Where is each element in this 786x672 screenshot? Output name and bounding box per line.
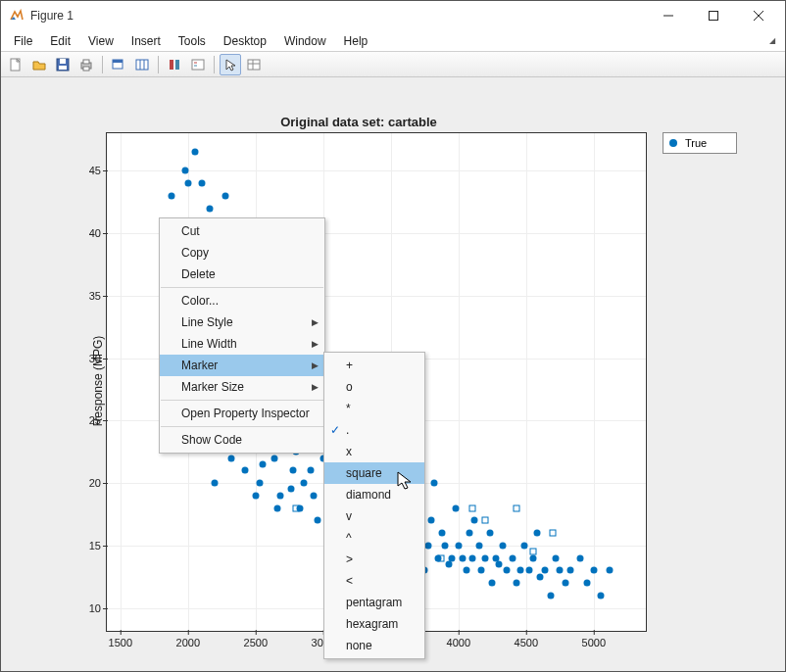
data-point[interactable] xyxy=(459,554,466,561)
data-point[interactable] xyxy=(536,573,543,580)
menu-help[interactable]: Help xyxy=(335,32,377,50)
data-point[interactable] xyxy=(482,517,489,524)
data-point[interactable] xyxy=(547,592,554,599)
data-point[interactable] xyxy=(542,567,549,574)
marker-none[interactable]: none xyxy=(324,635,424,656)
data-point[interactable] xyxy=(206,205,213,212)
data-point[interactable] xyxy=(301,480,308,487)
data-point[interactable] xyxy=(471,517,478,524)
marker-square[interactable]: square xyxy=(324,462,424,484)
ctx-open-property-inspector[interactable]: Open Property Inspector xyxy=(160,403,324,424)
marker-gt[interactable]: > xyxy=(324,549,424,570)
data-point[interactable] xyxy=(468,554,475,561)
marker-dot[interactable]: ✓. xyxy=(324,419,424,441)
data-point[interactable] xyxy=(227,455,234,461)
edit-plot-button[interactable] xyxy=(220,54,241,75)
data-point[interactable] xyxy=(577,554,584,561)
data-point[interactable] xyxy=(525,567,532,574)
data-cursor-button[interactable] xyxy=(108,54,129,75)
data-point[interactable] xyxy=(439,530,446,537)
data-point[interactable] xyxy=(222,192,229,199)
data-point[interactable] xyxy=(567,567,574,574)
insert-legend-button[interactable] xyxy=(187,54,209,75)
data-point[interactable] xyxy=(442,542,449,549)
data-point[interactable] xyxy=(198,180,205,187)
marker-caret[interactable]: ^ xyxy=(324,527,424,549)
data-point[interactable] xyxy=(308,467,315,474)
print-button[interactable] xyxy=(75,54,97,75)
marker-pentagram[interactable]: pentagram xyxy=(324,592,424,613)
data-point[interactable] xyxy=(486,530,493,537)
data-point[interactable] xyxy=(453,504,460,511)
data-point[interactable] xyxy=(315,517,321,524)
data-point[interactable] xyxy=(553,554,560,561)
data-point[interactable] xyxy=(169,192,175,199)
data-point[interactable] xyxy=(273,504,280,511)
data-point[interactable] xyxy=(293,504,300,511)
data-point[interactable] xyxy=(597,592,604,599)
data-point[interactable] xyxy=(514,504,520,511)
data-point[interactable] xyxy=(466,530,472,537)
data-point[interactable] xyxy=(562,580,568,587)
menu-window[interactable]: Window xyxy=(275,32,335,50)
data-point[interactable] xyxy=(276,492,283,499)
data-point[interactable] xyxy=(191,149,198,156)
maximize-button[interactable] xyxy=(691,1,736,30)
data-point[interactable] xyxy=(271,455,278,461)
ctx-copy[interactable]: Copy xyxy=(160,242,324,264)
data-point[interactable] xyxy=(468,504,475,511)
data-point[interactable] xyxy=(514,580,520,587)
marker-lt[interactable]: < xyxy=(324,570,424,592)
data-point[interactable] xyxy=(482,554,489,561)
menu-insert[interactable]: Insert xyxy=(123,32,170,50)
ctx-line-style[interactable]: Line Style▶ xyxy=(160,312,324,333)
data-point[interactable] xyxy=(590,567,597,574)
data-point[interactable] xyxy=(510,554,516,561)
data-point[interactable] xyxy=(489,580,496,587)
data-point[interactable] xyxy=(212,480,219,487)
ctx-marker-size[interactable]: Marker Size▶ xyxy=(160,376,324,398)
open-button[interactable] xyxy=(28,54,50,75)
data-point[interactable] xyxy=(557,567,564,574)
data-point[interactable] xyxy=(428,517,435,524)
data-point[interactable] xyxy=(425,542,432,549)
data-point[interactable] xyxy=(448,554,455,561)
data-point[interactable] xyxy=(311,492,318,499)
data-point[interactable] xyxy=(504,567,511,574)
menu-view[interactable]: View xyxy=(79,32,123,50)
data-point[interactable] xyxy=(455,542,462,549)
marker-hexagram[interactable]: hexagram xyxy=(324,613,424,635)
data-point[interactable] xyxy=(256,480,263,487)
ctx-line-width[interactable]: Line Width▶ xyxy=(160,333,324,355)
data-point[interactable] xyxy=(521,542,528,549)
close-button[interactable] xyxy=(736,1,781,30)
marker-diamond[interactable]: diamond xyxy=(324,484,424,505)
marker-o[interactable]: o xyxy=(324,376,424,398)
data-point[interactable] xyxy=(500,542,507,549)
ctx-delete[interactable]: Delete xyxy=(160,264,324,285)
data-point[interactable] xyxy=(241,467,248,474)
property-inspector-button[interactable] xyxy=(243,54,265,75)
marker-x[interactable]: x xyxy=(324,441,424,462)
data-point[interactable] xyxy=(464,567,470,574)
menu-overflow-icon[interactable]: ◢ xyxy=(769,36,781,45)
data-point[interactable] xyxy=(529,549,536,555)
data-point[interactable] xyxy=(475,542,482,549)
ctx-show-code[interactable]: Show Code xyxy=(160,429,324,451)
data-point[interactable] xyxy=(550,530,557,537)
data-point[interactable] xyxy=(607,567,614,574)
data-point[interactable] xyxy=(496,560,503,567)
link-button[interactable] xyxy=(131,54,153,75)
data-point[interactable] xyxy=(290,467,297,474)
marker-plus[interactable]: + xyxy=(324,355,424,376)
data-point[interactable] xyxy=(529,554,536,561)
data-point[interactable] xyxy=(446,560,453,567)
marker-star[interactable]: * xyxy=(324,398,424,419)
ctx-cut[interactable]: Cut xyxy=(160,220,324,242)
data-point[interactable] xyxy=(437,554,444,561)
data-point[interactable] xyxy=(478,567,485,574)
data-point[interactable] xyxy=(430,480,437,487)
data-point[interactable] xyxy=(252,492,259,499)
save-button[interactable] xyxy=(52,54,74,75)
data-point[interactable] xyxy=(182,168,189,174)
